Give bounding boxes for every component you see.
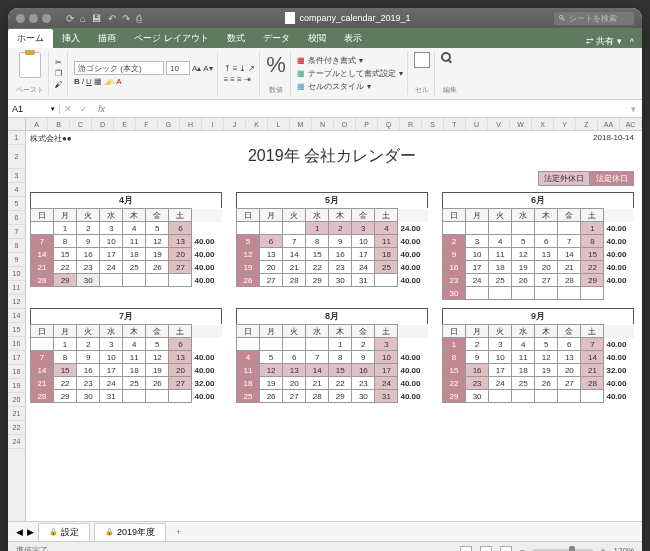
col-F[interactable]: F <box>136 118 158 130</box>
select-all-corner[interactable] <box>8 118 26 130</box>
name-box[interactable]: A1▾ <box>8 104 60 114</box>
editing-icon[interactable] <box>441 52 459 70</box>
col-C[interactable]: C <box>70 118 92 130</box>
italic-button[interactable]: I <box>82 77 84 86</box>
bold-button[interactable]: B <box>74 77 80 86</box>
col-V[interactable]: V <box>488 118 510 130</box>
enter-formula-icon[interactable]: ✓ <box>76 104 92 114</box>
decrease-font-icon[interactable]: A▾ <box>203 64 212 73</box>
zoom-level[interactable]: 120% <box>614 546 634 551</box>
cells-icon[interactable] <box>414 52 430 68</box>
share-button[interactable]: ⥂ 共有 ▾ <box>586 35 622 48</box>
cell-styles-button[interactable]: ▦セルのスタイル ▾ <box>297 80 403 93</box>
tab-formulas[interactable]: 数式 <box>218 29 254 48</box>
row-5[interactable]: 5 <box>8 197 25 211</box>
conditional-format-button[interactable]: ▦条件付き書式 ▾ <box>297 54 403 67</box>
align-middle-icon[interactable]: ≡ <box>233 64 238 73</box>
col-T[interactable]: T <box>444 118 466 130</box>
fill-color-icon[interactable]: ◢A <box>104 77 114 86</box>
row-6[interactable]: 6 <box>8 211 25 225</box>
underline-button[interactable]: U <box>86 77 92 86</box>
row-9[interactable]: 9 <box>8 253 25 267</box>
row-11[interactable]: 11 <box>8 281 25 295</box>
col-AC[interactable]: AC <box>620 118 642 130</box>
row-21[interactable]: 21 <box>8 407 25 421</box>
col-AA[interactable]: AA <box>598 118 620 130</box>
tab-data[interactable]: データ <box>254 29 299 48</box>
col-P[interactable]: P <box>356 118 378 130</box>
row-22[interactable]: 22 <box>8 421 25 435</box>
minimize-icon[interactable] <box>29 14 38 23</box>
percent-icon[interactable]: % <box>266 52 286 78</box>
row-15[interactable]: 15 <box>8 323 25 337</box>
col-M[interactable]: M <box>290 118 312 130</box>
tab-page-layout[interactable]: ページ レイアウト <box>125 29 218 48</box>
col-H[interactable]: H <box>180 118 202 130</box>
ribbon-collapse-icon[interactable]: ^ <box>630 37 634 47</box>
col-J[interactable]: J <box>224 118 246 130</box>
align-right-icon[interactable]: ≡ <box>237 75 242 84</box>
font-name-select[interactable]: 游ゴシック (本文) <box>74 61 164 75</box>
row-24[interactable]: 24 <box>8 435 25 449</box>
col-X[interactable]: X <box>532 118 554 130</box>
zoom-in-button[interactable]: + <box>601 546 606 551</box>
tab-nav-prev-icon[interactable]: ◀ <box>16 527 23 537</box>
indent-icon[interactable]: ⇥ <box>244 75 251 84</box>
col-N[interactable]: N <box>312 118 334 130</box>
copy-icon[interactable]: ❐ <box>55 69 63 78</box>
page-layout-view-icon[interactable] <box>480 546 492 552</box>
col-E[interactable]: E <box>114 118 136 130</box>
format-as-table-button[interactable]: ▦テーブルとして書式設定 ▾ <box>297 67 403 80</box>
row-20[interactable]: 20 <box>8 393 25 407</box>
zoom-out-button[interactable]: − <box>520 546 525 551</box>
row-12[interactable]: 12 <box>8 295 25 309</box>
zoom-icon[interactable] <box>42 14 51 23</box>
col-S[interactable]: S <box>422 118 444 130</box>
cut-icon[interactable]: ✂ <box>55 58 63 67</box>
tab-draw[interactable]: 描画 <box>89 29 125 48</box>
col-B[interactable]: B <box>48 118 70 130</box>
expand-formula-icon[interactable]: ▾ <box>625 104 642 114</box>
add-sheet-button[interactable]: + <box>170 527 187 537</box>
tab-home[interactable]: ホーム <box>8 29 53 48</box>
fx-label[interactable]: fx <box>92 104 111 114</box>
row-8[interactable]: 8 <box>8 239 25 253</box>
col-A[interactable]: A <box>26 118 48 130</box>
col-Q[interactable]: Q <box>378 118 400 130</box>
print-icon[interactable]: ⎙ <box>136 13 142 24</box>
cancel-formula-icon[interactable]: ✕ <box>60 104 76 114</box>
align-left-icon[interactable]: ≡ <box>224 75 229 84</box>
border-icon[interactable]: ▦ <box>94 77 102 86</box>
row-17[interactable]: 17 <box>8 351 25 365</box>
save-icon[interactable]: 💾︎ <box>92 13 102 24</box>
close-icon[interactable] <box>16 14 25 23</box>
col-I[interactable]: I <box>202 118 224 130</box>
col-K[interactable]: K <box>246 118 268 130</box>
redo-icon[interactable]: ↷ <box>122 13 130 24</box>
sheet-tab-settings[interactable]: 🔒設定 <box>38 523 90 541</box>
undo-icon[interactable]: ↶ <box>108 13 116 24</box>
sheet-search[interactable]: 🔍︎ シートを検索 <box>554 12 634 25</box>
align-bottom-icon[interactable]: ⤓ <box>239 64 246 73</box>
home-icon[interactable]: ⌂ <box>80 13 86 24</box>
tab-view[interactable]: 表示 <box>335 29 371 48</box>
align-center-icon[interactable]: ≡ <box>230 75 235 84</box>
align-top-icon[interactable]: ⤒ <box>224 64 231 73</box>
sheet-tab-2019[interactable]: 🔒2019年度 <box>94 523 166 541</box>
row-2[interactable]: 2 <box>8 145 25 169</box>
font-color-icon[interactable]: A <box>116 77 121 86</box>
normal-view-icon[interactable] <box>460 546 472 552</box>
col-W[interactable]: W <box>510 118 532 130</box>
row-7[interactable]: 7 <box>8 225 25 239</box>
autosave-icon[interactable]: ⟳ <box>66 13 74 24</box>
traffic-lights[interactable] <box>16 14 51 23</box>
col-R[interactable]: R <box>400 118 422 130</box>
row-10[interactable]: 10 <box>8 267 25 281</box>
format-painter-icon[interactable]: 🖌 <box>55 80 63 89</box>
page-break-view-icon[interactable] <box>500 546 512 552</box>
col-Z[interactable]: Z <box>576 118 598 130</box>
col-Y[interactable]: Y <box>554 118 576 130</box>
col-U[interactable]: U <box>466 118 488 130</box>
paste-icon[interactable] <box>19 52 41 78</box>
worksheet[interactable]: 株式会社●● 2018-10-14 2019年 会社カレンダー 法定外休日 法定… <box>26 131 642 521</box>
